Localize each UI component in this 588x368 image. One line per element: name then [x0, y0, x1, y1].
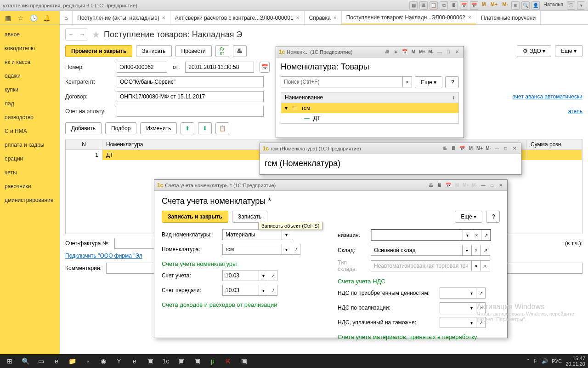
- close-icon[interactable]: ×: [162, 15, 165, 21]
- calendar-icon[interactable]: 📅: [460, 1, 468, 10]
- edo-button[interactable]: ⚙ ЭДО ▾: [517, 45, 551, 57]
- connect-link[interactable]: Подключить "ООО фирма "Эл: [65, 253, 142, 259]
- more-button[interactable]: Еще ▾: [555, 45, 582, 57]
- sidebar-item[interactable]: четы: [0, 166, 60, 179]
- task-view-icon[interactable]: ▭: [34, 356, 48, 367]
- more-button[interactable]: Еще ▾: [415, 76, 442, 88]
- calc-icon[interactable]: 🖩: [450, 145, 457, 152]
- sidebar-item[interactable]: купки: [0, 83, 60, 97]
- close-icon[interactable]: ✕: [497, 182, 504, 189]
- down-icon[interactable]: ⬇: [198, 122, 212, 134]
- back-button[interactable]: ←: [66, 29, 77, 40]
- mem-mm[interactable]: M-: [427, 48, 435, 56]
- minimize-icon[interactable]: —: [493, 145, 501, 152]
- mem-m[interactable]: M: [480, 1, 487, 10]
- post-and-close-button[interactable]: Провести и закрыть: [65, 45, 132, 57]
- sidebar-item[interactable]: ководителю: [0, 41, 60, 55]
- date-input[interactable]: [185, 62, 254, 73]
- tray-icon[interactable]: ⚐: [533, 358, 538, 364]
- post-button[interactable]: Провести: [175, 45, 212, 57]
- up-icon[interactable]: ⬆: [181, 122, 194, 134]
- contractor-input[interactable]: [117, 76, 264, 87]
- user-icon[interactable]: 👤: [531, 1, 540, 10]
- 1c-icon[interactable]: 1c: [159, 356, 173, 367]
- info-icon[interactable]: ⓘ: [567, 1, 575, 10]
- app-icon[interactable]: ▣: [175, 356, 188, 367]
- print-icon[interactable]: 🖶: [427, 182, 435, 189]
- open-icon[interactable]: ↗: [476, 317, 486, 328]
- nds-priobr-input[interactable]: [440, 288, 467, 299]
- calendar-picker-icon[interactable]: 📅: [260, 62, 270, 73]
- dropdown-icon[interactable]: ▾: [463, 230, 472, 241]
- help-button[interactable]: ?: [445, 76, 459, 88]
- calendar2-icon[interactable]: 📅: [470, 1, 478, 10]
- tab-home[interactable]: ⌂: [60, 11, 73, 24]
- nom-input[interactable]: [222, 244, 282, 255]
- close-icon[interactable]: ×: [296, 15, 300, 21]
- add-button[interactable]: Добавить: [65, 122, 102, 134]
- calc-icon[interactable]: 🖩: [450, 1, 458, 10]
- org-input[interactable]: [371, 230, 463, 241]
- schet-ucheta-input[interactable]: [222, 270, 259, 281]
- start-button[interactable]: ⊞: [3, 356, 17, 367]
- write-button[interactable]: Записать: [232, 211, 267, 223]
- star-icon[interactable]: ☆: [16, 13, 26, 23]
- search-input[interactable]: [281, 76, 403, 87]
- open-icon[interactable]: ↗: [476, 288, 486, 299]
- avans-link[interactable]: ачет аванса автоматически: [512, 93, 582, 100]
- sidebar-item[interactable]: С и НМА: [0, 124, 60, 138]
- sidebar-item[interactable]: рплата и кадры: [0, 138, 60, 152]
- sf-number-input[interactable]: [114, 238, 160, 249]
- atel-link[interactable]: атель: [568, 108, 582, 115]
- dropdown-icon[interactable]: ▾: [282, 229, 291, 240]
- clear-icon[interactable]: ×: [403, 76, 412, 87]
- dropdown-icon[interactable]: ▾: [467, 317, 476, 328]
- explorer-icon[interactable]: 📁: [65, 356, 79, 367]
- maximize-icon[interactable]: □: [445, 48, 452, 56]
- open-icon[interactable]: ↗: [268, 285, 277, 296]
- close-icon[interactable]: ✕: [511, 145, 518, 152]
- titlebar-icon[interactable]: 📋: [430, 1, 438, 10]
- nds-real-input[interactable]: [440, 302, 467, 313]
- app-icon[interactable]: ◦: [81, 356, 95, 367]
- titlebar-icon[interactable]: ▦: [409, 1, 418, 10]
- maximize-icon[interactable]: □: [502, 145, 509, 152]
- tab-item[interactable]: Поступление (акты, накладные)×: [73, 11, 170, 24]
- tree-item-gsm[interactable]: ▾ 📁 гсм: [281, 103, 458, 113]
- lang-indicator[interactable]: РУС: [552, 358, 562, 364]
- tray-chevron-icon[interactable]: ˄: [527, 358, 530, 364]
- calendar-icon[interactable]: 📅: [458, 145, 466, 152]
- print-icon[interactable]: 🖶: [233, 45, 247, 57]
- sidebar-item[interactable]: равочники: [0, 179, 60, 193]
- dropdown-icon[interactable]: ▾: [259, 270, 268, 281]
- write-close-button[interactable]: Записать и закрыть: [162, 211, 228, 223]
- yandex-icon[interactable]: Y: [112, 356, 126, 367]
- close-icon[interactable]: ✕: [453, 48, 461, 56]
- nds-tam-input[interactable]: [440, 317, 467, 328]
- close-icon[interactable]: ×: [468, 14, 471, 21]
- maximize-icon[interactable]: □: [488, 182, 496, 189]
- calendar-icon[interactable]: 📅: [401, 48, 408, 56]
- edge-icon[interactable]: e: [50, 356, 63, 367]
- search-icon[interactable]: 🔍: [18, 356, 32, 367]
- calendar-icon[interactable]: 📅: [445, 182, 452, 189]
- open-icon[interactable]: ↗: [476, 302, 486, 313]
- clear-icon[interactable]: ×: [472, 245, 481, 256]
- sidebar-item[interactable]: дминистрирование: [0, 193, 60, 207]
- collapse-icon[interactable]: ▾: [285, 105, 288, 111]
- tab-item[interactable]: Акт сверки расчетов с контраге...ЭЛ00-00…: [170, 11, 305, 24]
- dropdown-icon[interactable]: ▾: [259, 285, 268, 296]
- print-icon[interactable]: 🖶: [384, 48, 391, 56]
- write-button[interactable]: Записать: [136, 45, 171, 57]
- favorite-star-icon[interactable]: ★: [92, 29, 100, 40]
- open-icon[interactable]: ↗: [291, 244, 300, 255]
- history-icon[interactable]: 🕓: [28, 13, 39, 23]
- mem-mp[interactable]: M+: [418, 48, 426, 56]
- sidebar-item[interactable]: ерации: [0, 152, 60, 166]
- minimize-icon[interactable]: —: [436, 48, 443, 56]
- schet-per-input[interactable]: [222, 285, 259, 296]
- grid-icon[interactable]: ▦: [3, 13, 13, 23]
- contract-input[interactable]: [117, 91, 264, 102]
- app-icon[interactable]: ▣: [190, 356, 204, 367]
- bell-icon[interactable]: 🔔: [41, 13, 51, 23]
